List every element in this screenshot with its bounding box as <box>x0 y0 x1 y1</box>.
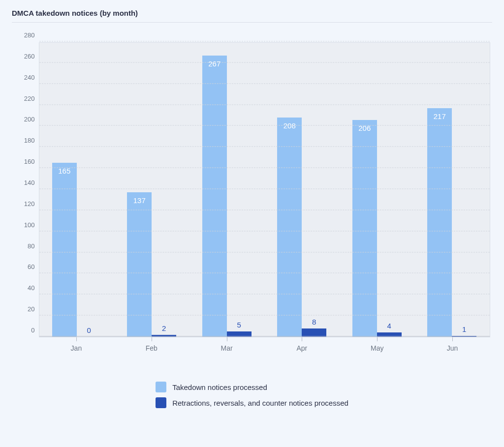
x-axis: JanFebMarAprMayJun <box>14 342 490 359</box>
y-tick-label: 80 <box>28 242 34 249</box>
x-tick: Apr <box>264 342 340 359</box>
bar-value-label: 4 <box>387 322 391 330</box>
gridline <box>39 41 490 42</box>
gridline <box>39 273 490 273</box>
x-tick-label: May <box>371 344 383 352</box>
bar-series-0: 267 <box>202 56 227 337</box>
bar-groups: 165013722675208820642171 <box>39 43 490 337</box>
y-tick-label: 20 <box>28 305 34 313</box>
bar-group: 2088 <box>264 43 340 337</box>
bar-group: 2171 <box>414 43 490 337</box>
y-tick-label: 100 <box>24 221 35 228</box>
plot-area: 165013722675208820642171 <box>39 42 490 337</box>
y-tick-label: 260 <box>24 52 35 60</box>
bar-group: 1650 <box>39 43 115 337</box>
gridline <box>39 294 490 295</box>
bar-series-1: 8 <box>302 328 326 337</box>
bar-group: 1372 <box>114 43 189 337</box>
gridline <box>39 168 490 168</box>
x-tick-label: Mar <box>221 344 233 352</box>
y-tick-label: 160 <box>24 158 35 165</box>
x-tick-label: Apr <box>296 344 307 352</box>
legend-label-series-0: Takedown notices processed <box>172 383 267 391</box>
bar-value-label: 137 <box>133 196 146 205</box>
gridline <box>39 336 490 337</box>
y-tick-label: 120 <box>24 200 35 207</box>
bar-value-label: 0 <box>87 326 91 334</box>
x-tick: Feb <box>114 342 189 359</box>
bar-group: 2064 <box>340 43 415 337</box>
x-tick: Jan <box>39 342 114 359</box>
x-tick: Mar <box>189 342 264 359</box>
bar-value-label: 8 <box>312 318 316 326</box>
gridline <box>39 209 490 210</box>
x-tick: Jun <box>415 342 490 359</box>
y-tick-label: 180 <box>24 137 35 144</box>
bar-value-label: 5 <box>237 321 241 329</box>
gridline <box>39 252 490 252</box>
gridline <box>39 147 490 147</box>
x-tick-label: Jun <box>447 344 458 352</box>
y-tick-label: 0 <box>31 327 34 334</box>
bar-value-label: 267 <box>208 60 220 68</box>
x-tick-label: Feb <box>146 344 158 352</box>
legend-item: Retractions, reversals, and counter noti… <box>156 397 348 408</box>
legend: Takedown notices processed Retractions, … <box>156 382 348 408</box>
bar-value-label: 1 <box>462 325 466 333</box>
y-tick-label: 240 <box>24 73 35 81</box>
chart-title: DMCA takedown notices (by month) <box>12 7 492 23</box>
plot-wrap: 020406080100120140160180200220240260280 … <box>14 42 490 337</box>
x-tick-label: Jan <box>71 344 82 352</box>
legend-swatch-light <box>156 382 166 392</box>
y-axis: 020406080100120140160180200220240260280 <box>14 42 39 337</box>
gridline <box>39 104 490 105</box>
chart-page: DMCA takedown notices (by month) 0204060… <box>0 0 504 447</box>
y-tick-label: 60 <box>28 263 34 270</box>
y-tick-label: 220 <box>24 94 35 102</box>
bar-series-0: 217 <box>427 108 452 337</box>
chart-area: 020406080100120140160180200220240260280 … <box>14 42 490 408</box>
gridline <box>39 315 490 316</box>
gridline <box>39 189 490 189</box>
bar-group: 2675 <box>189 43 265 337</box>
bar-value-label: 165 <box>58 167 70 175</box>
y-tick-label: 140 <box>24 179 35 186</box>
x-tick: May <box>340 342 415 359</box>
bar-series-0: 208 <box>277 118 302 337</box>
bar-value-label: 2 <box>162 324 166 332</box>
y-tick-label: 200 <box>24 116 35 123</box>
legend-item: Takedown notices processed <box>156 382 348 392</box>
gridline <box>39 62 490 62</box>
bar-value-label: 217 <box>434 112 446 120</box>
gridline <box>39 83 490 84</box>
legend-label-series-1: Retractions, reversals, and counter noti… <box>172 399 348 407</box>
y-tick-label: 280 <box>24 31 35 39</box>
gridline <box>39 125 490 126</box>
legend-swatch-dark <box>156 397 166 408</box>
bar-series-0: 206 <box>352 120 377 337</box>
y-tick-label: 40 <box>28 284 34 292</box>
gridline <box>39 231 490 231</box>
